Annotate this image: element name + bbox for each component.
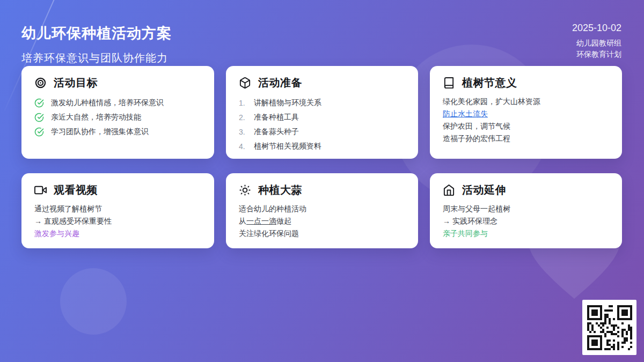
page-header: 幼儿环保种植活动方案 培养环保意识与团队协作能力 <box>21 24 172 65</box>
prep-item: 1. 讲解植物与环境关系 <box>239 95 405 110</box>
qr-code <box>582 300 636 355</box>
sun-icon <box>239 184 251 196</box>
page-title: 幼儿环保种植活动方案 <box>21 24 172 43</box>
video-line: 通过视频了解植树节 <box>34 203 201 215</box>
soil-erosion-link[interactable]: 防止水土流失 <box>443 109 488 118</box>
card-title: 活动准备 <box>258 76 302 90</box>
video-camera-icon <box>34 184 47 196</box>
goal-item: 学习团队协作，增强集体意识 <box>34 124 201 139</box>
org-label: 幼儿园教研组 <box>572 38 621 49</box>
card-watch-video: 观看视频 通过视频了解植树节 → 直观感受环保重要性 激发参与兴趣 <box>21 173 214 248</box>
book-icon <box>443 77 455 89</box>
check-circle-icon <box>34 113 44 122</box>
plan-label: 环保教育计划 <box>572 49 621 60</box>
card-title: 活动目标 <box>54 76 98 90</box>
card-title: 植树节意义 <box>462 76 517 90</box>
decorative-circle-small <box>60 268 127 335</box>
card-activity-preparation: 活动准备 1. 讲解植物与环境关系 2. 准备种植工具 3. 准备蒜头种子 4.… <box>226 66 418 159</box>
garlic-line: 从一点一滴做起 <box>239 215 405 227</box>
extend-highlight: 亲子共同参与 <box>443 227 609 240</box>
check-circle-icon <box>34 98 44 108</box>
meaning-link-line: 防止水土流失 <box>443 108 609 120</box>
video-line: → 直观感受环保重要性 <box>34 215 201 227</box>
meaning-line: 绿化美化家园，扩大山林资源 <box>443 95 609 108</box>
prep-item: 3. 准备蒜头种子 <box>239 124 405 139</box>
card-title: 种植大蒜 <box>258 183 302 197</box>
card-title: 观看视频 <box>54 183 98 197</box>
goal-item: 亲近大自然，培养劳动技能 <box>34 110 201 124</box>
goal-item: 激发幼儿种植情感，培养环保意识 <box>34 95 201 110</box>
prep-item: 2. 准备种植工具 <box>239 110 405 124</box>
card-title: 活动延伸 <box>462 183 506 197</box>
check-circle-icon <box>34 127 44 137</box>
header-meta: 2025-10-02 幼儿园教研组 环保教育计划 <box>572 23 621 60</box>
meaning-line: 保护农田，调节气候 <box>443 120 609 132</box>
underlined-phrase: 一点一滴 <box>246 217 276 225</box>
garlic-line: 关注绿化环保问题 <box>239 227 405 240</box>
meaning-line: 造福子孙的宏伟工程 <box>443 132 609 145</box>
extend-line: → 实践环保理念 <box>443 215 609 227</box>
extend-line: 周末与父母一起植树 <box>443 203 609 215</box>
page-subtitle: 培养环保意识与团队协作能力 <box>21 51 172 65</box>
card-plant-garlic: 种植大蒜 适合幼儿的种植活动 从一点一滴做起 关注绿化环保问题 <box>226 173 418 248</box>
card-activity-goals: 活动目标 激发幼儿种植情感，培养环保意识 亲近大自然，培养劳动技能 学习团队协作… <box>21 66 214 159</box>
video-highlight: 激发参与兴趣 <box>34 227 201 240</box>
card-activity-extension: 活动延伸 周末与父母一起植树 → 实践环保理念 亲子共同参与 <box>430 173 622 248</box>
home-icon <box>443 184 455 196</box>
target-icon <box>34 77 47 89</box>
card-arbor-day-meaning: 植树节意义 绿化美化家园，扩大山林资源 防止水土流失 保护农田，调节气候 造福子… <box>430 66 622 159</box>
package-icon <box>239 77 251 89</box>
date-label: 2025-10-02 <box>572 23 621 34</box>
prep-item: 4. 植树节相关视频资料 <box>239 139 405 153</box>
garlic-line: 适合幼儿的种植活动 <box>239 203 405 215</box>
